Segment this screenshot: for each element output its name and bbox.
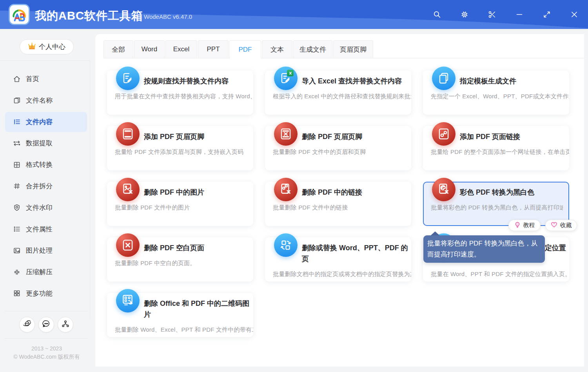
share-icon	[61, 320, 70, 330]
excel-x-badge	[287, 70, 294, 76]
merge-split-icon	[13, 182, 21, 190]
tab-text[interactable]: 文本	[262, 40, 292, 58]
tool-card-title: 添加 PDF 页眉页脚	[144, 131, 253, 142]
sidebar-item-file-props[interactable]: 文件属性	[5, 219, 87, 239]
tab-word[interactable]: Word	[134, 40, 165, 58]
ie-browser-icon	[23, 320, 31, 330]
tool-card-title: 导入 Excel 查找并替换文件内容	[302, 76, 411, 87]
chat-button[interactable]	[38, 317, 54, 332]
tool-card-description: 批量删除 Word、Excel、PPT 和 PDF 文件中的带有二维码的图片	[115, 326, 253, 334]
maximize-icon[interactable]	[533, 0, 561, 29]
close-icon[interactable]	[561, 0, 588, 29]
sidebar-item-data-extract[interactable]: 数据提取	[5, 133, 87, 153]
palette-x-icon	[432, 178, 456, 201]
sidebar-item-label: 合并拆分	[26, 182, 53, 191]
tab-bar: 全部WordExcelPPTPDF文本生成文件页眉页脚	[103, 40, 584, 58]
sidebar-item-label: 更多功能	[26, 289, 53, 298]
tool-card-cell: 删除 Office 和 PDF 中的二维码图片批量删除 Word、Excel、P…	[107, 293, 253, 337]
sidebar: 个人中心 首页文件名称文件内容数据提取格式转换合并拆分文件水印文件属性图片处理压…	[0, 29, 95, 372]
app-logo	[9, 4, 30, 25]
doc-edit-icon	[274, 67, 298, 90]
tooltip-text: 批量将彩色的 PDF 转换为黑白色，从而提高打印速度。	[427, 240, 537, 258]
tool-card-title: 删除 PDF 中的链接	[302, 187, 411, 198]
crown-icon	[28, 42, 36, 52]
image-process-icon	[13, 247, 21, 255]
tool-card-description: 批量给 PDF 的整个页面添加一个网址链接，在单击页面时打开此链接	[431, 148, 569, 156]
sidebar-divider	[5, 311, 88, 311]
tool-card-cell: 删除 PDF 页眉页脚批量删除 PDF 文件中的页眉和页脚	[265, 126, 411, 170]
sidebar-item-label: 格式转换	[26, 160, 53, 169]
tutorial-label: 教程	[523, 222, 535, 229]
titlebar: 我的ABC软件工具箱 WodeABC v6.47.0	[0, 0, 588, 29]
settings-icon[interactable]	[451, 0, 478, 29]
link-x-icon	[274, 178, 298, 201]
sidebar-divider	[5, 338, 88, 339]
tool-card-cell: 删除 PDF 中的图片批量删除 PDF 文件中的图片	[107, 182, 253, 226]
sidebar-item-format-convert[interactable]: 格式转换	[5, 155, 87, 175]
lightbulb-icon	[514, 222, 521, 229]
favorite-button[interactable]: 收藏	[545, 220, 577, 231]
ie-browser-button[interactable]	[19, 317, 35, 332]
blank-x-icon	[116, 233, 140, 257]
tab-excel[interactable]: Excel	[165, 40, 197, 58]
tutorial-button[interactable]: 教程	[508, 220, 541, 231]
tool-card-title: 删除或替换 Word、PPT、PDF 的页	[302, 242, 411, 264]
tool-card-description: 先指定一个 Excel、Word、PPT、PDF或文本文件作为模板来批量生成文件	[431, 93, 569, 100]
compress-icon	[13, 268, 21, 276]
sidebar-item-label: 文件水印	[26, 203, 53, 212]
sidebar-item-compress[interactable]: 压缩解压	[5, 262, 87, 282]
minimize-icon[interactable]	[506, 0, 533, 29]
favorite-label: 收藏	[560, 222, 572, 229]
tool-card-title: 彩色 PDF 转换为黑白色	[460, 187, 568, 198]
copies-icon	[432, 67, 456, 90]
sidebar-item-image-process[interactable]: 图片处理	[5, 240, 87, 260]
tab-generate-file[interactable]: 生成文件	[293, 40, 332, 58]
scissors-icon[interactable]	[478, 0, 506, 29]
tool-card-title: 删除 PDF 空白页面	[144, 242, 253, 253]
tool-card-title: 删除 PDF 页眉页脚	[302, 131, 411, 142]
tool-card-cell: 删除 PDF 空白页面批量删除 PDF 中空白的页面。	[107, 237, 253, 282]
tool-card-cell: 删除或替换 Word、PPT、PDF 的页批量删除文档中的指定页或将文档中的指定…	[265, 237, 411, 282]
tab-pdf[interactable]: PDF	[229, 40, 261, 58]
sidebar-item-label: 图片处理	[26, 246, 53, 255]
sidebar-item-file-name[interactable]: 文件名称	[5, 90, 87, 110]
home-icon	[13, 75, 21, 83]
tool-card-cell: 导入 Excel 查找并替换文件内容根据导入的 Excel 中的文件路径和查找替…	[265, 70, 411, 115]
file-name-icon	[13, 96, 21, 104]
tool-card-title: 删除 PDF 中的图片	[144, 187, 253, 198]
chat-icon	[42, 320, 51, 330]
sidebar-item-merge-split[interactable]: 合并拆分	[5, 176, 87, 196]
format-convert-icon	[13, 161, 21, 169]
file-props-icon	[13, 225, 21, 233]
tool-card-title: 按规则查找并替换文件内容	[144, 76, 253, 87]
sidebar-item-label: 文件名称	[26, 96, 53, 105]
swap-pages-icon	[274, 233, 298, 257]
sidebar-item-more-features[interactable]: 更多功能	[5, 284, 87, 303]
tool-card-title: 添加 PDF 页面链接	[460, 131, 569, 142]
tool-card-description: 批量删除文档中的指定页或将文档中的指定页替换为其他页	[273, 271, 411, 278]
data-extract-icon	[13, 139, 21, 147]
sidebar-item-label: 首页	[26, 74, 39, 83]
tool-card-cell: 添加 PDF 页眉页脚批量给 PDF 文件添加页眉与页脚，支持嵌入页码	[107, 126, 253, 170]
sidebar-item-watermark[interactable]: 文件水印	[5, 198, 87, 218]
tooltip: 批量将彩色的 PDF 转换为黑白色，从而提高打印速度。	[423, 235, 545, 263]
tool-card-cell: 删除 PDF 中的链接批量删除 PDF 文件中的链接	[265, 182, 411, 226]
tab-header-footer[interactable]: 页眉页脚	[333, 40, 373, 58]
tab-ppt[interactable]: PPT	[198, 40, 229, 58]
personal-center-label: 个人中心	[39, 42, 65, 51]
tool-card-grid: 按规则查找并替换文件内容用于批量在文件中查找并替换相关内容，支持 Word、Ex…	[107, 70, 569, 337]
watermark-icon	[13, 204, 21, 211]
header-footer-x-icon	[274, 122, 298, 146]
sidebar-item-home[interactable]: 首页	[5, 69, 87, 89]
tool-card-cell: 添加 PDF 页面链接批量给 PDF 的整个页面添加一个网址链接，在单击页面时打…	[423, 126, 569, 170]
tool-card-cell: 彩色 PDF 转换为黑白色批量将彩色的 PDF 转换为黑白色，从而提高打印速度。	[423, 182, 569, 226]
sidebar-item-file-content[interactable]: 文件内容	[5, 112, 87, 132]
doc-edit-icon	[116, 67, 140, 90]
tool-card-description: 批量删除 PDF 文件中的链接	[273, 204, 411, 211]
personal-center-button[interactable]: 个人中心	[20, 39, 74, 54]
search-icon[interactable]	[423, 0, 451, 29]
tool-card-description: 用于批量在文件中查找并替换相关内容，支持 Word、Excel、PPT、PDF …	[115, 93, 253, 100]
share-button[interactable]	[58, 317, 73, 332]
tab-all[interactable]: 全部	[103, 40, 133, 58]
tool-card-cell: 指定模板生成文件先指定一个 Excel、Word、PPT、PDF或文本文件作为模…	[423, 70, 569, 115]
